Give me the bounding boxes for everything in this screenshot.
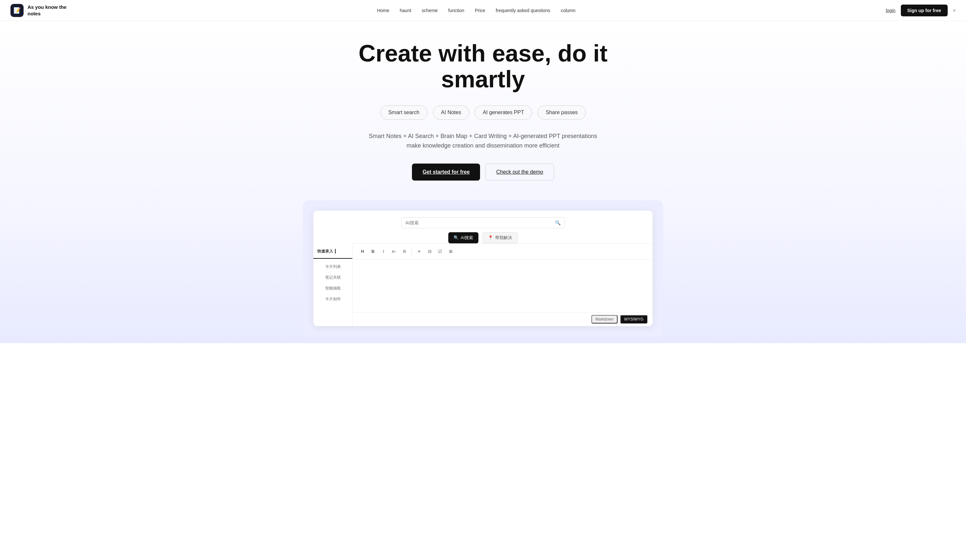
ai-search-button[interactable]: 🔍 AI搜索 <box>448 232 478 243</box>
mode-markdown[interactable]: Markdown <box>591 315 617 324</box>
toolbar-table[interactable]: ⊞ <box>446 247 455 256</box>
nav-right: login Sign up for free <box>886 5 956 16</box>
toolbar-italic[interactable]: I <box>379 247 388 256</box>
demo-wrapper: 🔍 🔍 AI搜索 📍 帮我解决 快速录入 <box>303 200 663 337</box>
demo-inner: 🔍 🔍 AI搜索 📍 帮我解决 快速录入 <box>314 211 652 326</box>
nav-column[interactable]: column <box>560 8 575 13</box>
logo-symbol: 📝 <box>13 7 21 14</box>
toolbar-bold[interactable]: B <box>368 247 378 256</box>
pill-share-passes[interactable]: Share passes <box>537 105 586 120</box>
ai-search-icon: 🔍 <box>453 235 459 240</box>
demo-search-bar[interactable]: 🔍 <box>401 217 565 228</box>
hero-heading-line1: Create with ease, do it <box>336 41 630 66</box>
nav-haunt[interactable]: haunt <box>400 8 411 13</box>
mode-wysiwyg[interactable]: WYSIWYG <box>620 315 647 324</box>
toolbar-separator-1 <box>412 248 412 255</box>
toolbar-font-size[interactable]: A+ <box>389 247 399 256</box>
ai-help-icon: 📍 <box>488 235 493 240</box>
login-link[interactable]: login <box>886 8 895 13</box>
cta-buttons: Get started for free Check out the demo <box>7 164 959 180</box>
nav-links: Home haunt scheme function Price frequen… <box>377 8 575 13</box>
toolbar-list[interactable]: ≡ <box>414 247 424 256</box>
sidebar-divider <box>335 249 336 254</box>
sidebar-item-smart-extract[interactable]: 智能抽取 <box>314 283 352 294</box>
sidebar-item-card-create[interactable]: 卡片创作 <box>314 294 352 305</box>
sidebar-header: 快速录入 <box>314 249 352 259</box>
demo-editor-main: H B I A+ S ≡ ⊟ ☑ ⊞ Markdown <box>353 243 652 326</box>
pill-ai-ppt[interactable]: AI generates PPT <box>475 105 532 120</box>
hero-heading: Create with ease, do it smartly <box>336 41 630 92</box>
logo-icon: 📝 <box>10 4 24 17</box>
toolbar-checklist[interactable]: ☑ <box>435 247 445 256</box>
pill-ai-notes[interactable]: AI Notes <box>433 105 469 120</box>
nav-dot <box>953 9 956 12</box>
editor-toolbar: H B I A+ S ≡ ⊟ ☑ ⊞ <box>353 243 652 260</box>
search-icon: 🔍 <box>555 220 560 225</box>
hero-section: Create with ease, do it smartly Smart se… <box>0 21 966 343</box>
nav-scheme[interactable]: scheme <box>422 8 438 13</box>
logo[interactable]: 📝 As you know the notes <box>10 4 67 17</box>
demo-ai-row: 🔍 AI搜索 📍 帮我解决 <box>314 228 652 243</box>
toolbar-heading[interactable]: H <box>358 247 367 256</box>
get-started-button[interactable]: Get started for free <box>412 164 480 180</box>
ai-help-button[interactable]: 📍 帮我解决 <box>482 232 518 243</box>
signup-button[interactable]: Sign up for free <box>901 5 948 16</box>
pill-smart-search[interactable]: Smart search <box>380 105 428 120</box>
editor-content-area[interactable] <box>353 260 652 312</box>
demo-sidebar-mini: 快速录入 卡片列表 笔记关联 智能抽取 卡片创作 <box>314 243 353 326</box>
nav-faq[interactable]: frequently asked questions <box>496 8 550 13</box>
ai-search-input[interactable] <box>406 220 552 225</box>
hero-subtitle: Smart Notes + AI Search + Brain Map + Ca… <box>368 131 598 151</box>
nav-price[interactable]: Price <box>475 8 485 13</box>
sidebar-item-note-link[interactable]: 笔记关联 <box>314 272 352 283</box>
editor-footer-bar: Markdown WYSIWYG <box>353 312 652 326</box>
sidebar-item-card-list[interactable]: 卡片列表 <box>314 261 352 272</box>
logo-text: As you know the notes <box>28 4 67 17</box>
demo-button[interactable]: Check out the demo <box>485 164 554 180</box>
navigation: 📝 As you know the notes Home haunt schem… <box>0 0 966 21</box>
demo-search-row: 🔍 <box>314 211 652 228</box>
toolbar-ordered-list[interactable]: ⊟ <box>425 247 434 256</box>
nav-home[interactable]: Home <box>377 8 389 13</box>
hero-heading-line2: smartly <box>336 66 630 92</box>
feature-pills: Smart search AI Notes AI generates PPT S… <box>7 105 959 120</box>
demo-editor: 快速录入 卡片列表 笔记关联 智能抽取 卡片创作 H B I A+ S <box>314 243 652 326</box>
nav-function[interactable]: function <box>448 8 464 13</box>
toolbar-strikethrough[interactable]: S <box>400 247 409 256</box>
